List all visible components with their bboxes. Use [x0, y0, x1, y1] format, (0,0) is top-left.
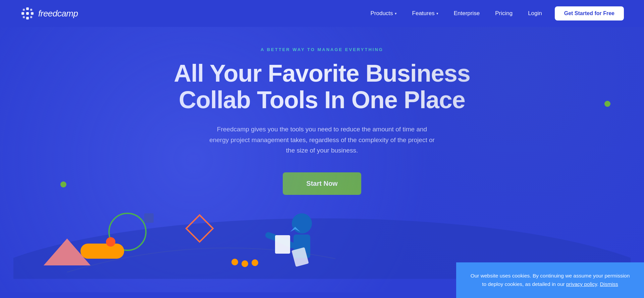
- hero-subtitle: Freedcamp gives you the tools you need t…: [208, 124, 436, 156]
- svg-rect-6: [30, 9, 32, 11]
- svg-rect-4: [26, 12, 29, 15]
- svg-point-16: [252, 259, 258, 266]
- svg-rect-0: [26, 7, 29, 10]
- hero-eyebrow: A BETTER WAY TO MANAGE EVERYTHING: [261, 47, 383, 52]
- svg-point-17: [292, 213, 312, 233]
- decorative-dot-left: [60, 181, 66, 187]
- svg-rect-5: [23, 9, 25, 11]
- svg-point-15: [241, 260, 248, 267]
- svg-rect-3: [31, 12, 34, 15]
- logo-link[interactable]: freedcamp: [20, 6, 78, 21]
- svg-rect-1: [26, 17, 29, 19]
- nav-login-link[interactable]: Login: [522, 7, 548, 19]
- logo-text: freedcamp: [38, 8, 78, 19]
- chevron-down-icon: ▾: [395, 11, 397, 16]
- nav-item-features[interactable]: Features ▾: [406, 7, 444, 19]
- cookie-banner: Our website uses cookies. By continuing …: [456, 262, 644, 298]
- hero-start-now-button[interactable]: Start Now: [283, 172, 361, 195]
- svg-rect-2: [21, 12, 24, 15]
- decorative-dot-right: [604, 101, 610, 107]
- svg-point-20: [106, 237, 115, 247]
- cookie-text: Our website uses cookies. By continuing …: [468, 272, 632, 289]
- nav-get-started-button[interactable]: Get Started for Free: [555, 6, 624, 20]
- nav-item-pricing[interactable]: Pricing: [489, 7, 519, 19]
- cookie-dismiss-button[interactable]: Dismiss: [600, 281, 618, 287]
- svg-rect-8: [30, 16, 32, 18]
- svg-rect-21: [275, 235, 290, 254]
- svg-rect-12: [80, 244, 124, 259]
- svg-rect-19: [144, 213, 154, 223]
- chevron-down-icon: ▾: [436, 11, 438, 16]
- hero-title: All Your Favorite Business Collab Tools …: [174, 60, 470, 113]
- svg-point-14: [231, 259, 238, 265]
- nav-item-products[interactable]: Products ▾: [364, 7, 402, 19]
- navbar: freedcamp Products ▾ Features ▾ Enterpri…: [0, 0, 644, 27]
- svg-rect-7: [23, 16, 25, 18]
- nav-links: Products ▾ Features ▾ Enterprise Pricing…: [364, 6, 624, 20]
- privacy-policy-link[interactable]: privacy policy: [566, 281, 597, 287]
- hero-section: A BETTER WAY TO MANAGE EVERYTHING All Yo…: [0, 27, 644, 292]
- logo-icon: [20, 6, 35, 21]
- nav-item-enterprise[interactable]: Enterprise: [448, 7, 486, 19]
